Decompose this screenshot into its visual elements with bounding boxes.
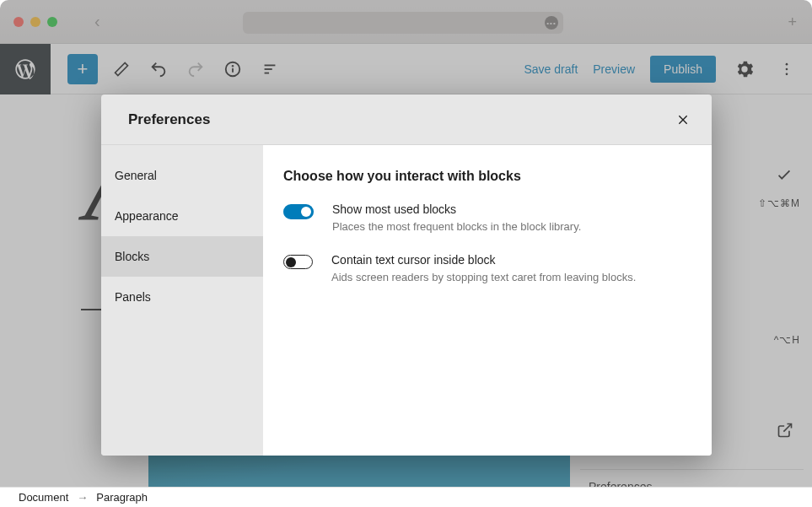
content-heading: Choose how you interact with blocks xyxy=(283,169,691,184)
chevron-right-icon: → xyxy=(77,491,88,504)
modal-close-button[interactable] xyxy=(671,108,695,132)
toggle-contain-cursor[interactable] xyxy=(283,255,313,269)
option-description: Places the most frequent blocks in the b… xyxy=(332,219,691,235)
modal-content: Choose how you interact with blocks Show… xyxy=(263,145,712,456)
nav-item-appearance[interactable]: Appearance xyxy=(101,196,263,236)
option-description: Aids screen readers by stopping text car… xyxy=(331,270,691,285)
toggle-show-most-used[interactable] xyxy=(283,204,314,219)
modal-body: General Appearance Blocks Panels Choose … xyxy=(101,145,712,456)
close-icon xyxy=(676,113,690,127)
nav-item-blocks[interactable]: Blocks xyxy=(101,236,263,277)
breadcrumb-root[interactable]: Document xyxy=(19,491,68,504)
modal-header: Preferences xyxy=(101,94,712,145)
option-contain-cursor: Contain text cursor inside block Aids sc… xyxy=(283,253,691,285)
option-label: Show most used blocks xyxy=(332,202,691,216)
nav-item-panels[interactable]: Panels xyxy=(101,277,263,317)
breadcrumb[interactable]: Document → Paragraph xyxy=(0,487,812,507)
option-show-most-used: Show most used blocks Places the most fr… xyxy=(283,202,691,235)
modal-title: Preferences xyxy=(128,111,210,128)
breadcrumb-current[interactable]: Paragraph xyxy=(96,491,148,504)
nav-item-general[interactable]: General xyxy=(101,155,263,196)
option-label: Contain text cursor inside block xyxy=(331,253,691,267)
preferences-modal: Preferences General Appearance Blocks Pa… xyxy=(101,94,712,456)
modal-nav: General Appearance Blocks Panels xyxy=(101,145,263,456)
